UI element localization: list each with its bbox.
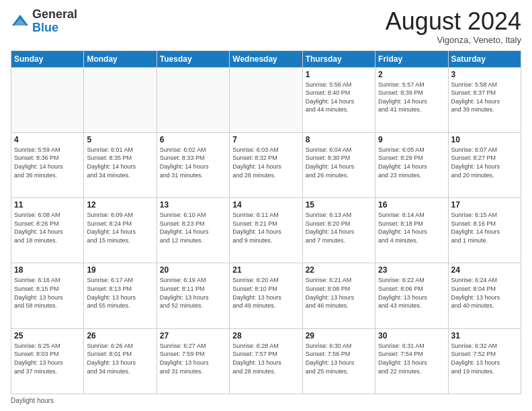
logo-icon [11,12,30,31]
calendar-cell: 13Sunrise: 6:10 AM Sunset: 8:23 PM Dayli… [157,198,229,263]
calendar-cell: 20Sunrise: 6:19 AM Sunset: 8:11 PM Dayli… [157,263,229,328]
calendar-cell: 29Sunrise: 6:30 AM Sunset: 7:56 PM Dayli… [302,328,375,394]
day-info: Sunrise: 6:24 AM Sunset: 8:04 PM Dayligh… [451,276,518,310]
calendar-cell [230,67,302,132]
calendar-week-row: 25Sunrise: 6:25 AM Sunset: 8:03 PM Dayli… [11,328,521,394]
calendar-cell: 27Sunrise: 6:27 AM Sunset: 7:59 PM Dayli… [157,328,229,394]
day-info: Sunrise: 6:20 AM Sunset: 8:10 PM Dayligh… [232,276,299,310]
calendar-header-saturday: Saturday [448,50,521,67]
day-info: Sunrise: 5:57 AM Sunset: 8:39 PM Dayligh… [378,81,445,114]
calendar-cell: 18Sunrise: 6:16 AM Sunset: 8:15 PM Dayli… [11,263,84,328]
daylight-label: Daylight hours [11,397,54,404]
day-number: 31 [451,331,518,340]
day-number: 28 [232,331,299,340]
calendar-header-thursday: Thursday [302,50,375,67]
day-info: Sunrise: 6:01 AM Sunset: 8:35 PM Dayligh… [87,146,153,179]
day-number: 27 [160,331,226,340]
calendar-cell: 19Sunrise: 6:17 AM Sunset: 8:13 PM Dayli… [84,263,157,328]
day-info: Sunrise: 6:03 AM Sunset: 8:32 PM Dayligh… [232,146,299,179]
day-info: Sunrise: 6:05 AM Sunset: 8:29 PM Dayligh… [378,146,445,179]
day-info: Sunrise: 6:26 AM Sunset: 8:01 PM Dayligh… [87,342,153,375]
calendar-cell: 2Sunrise: 5:57 AM Sunset: 8:39 PM Daylig… [375,67,448,132]
day-number: 11 [14,200,81,210]
calendar-cell: 24Sunrise: 6:24 AM Sunset: 8:04 PM Dayli… [448,263,521,328]
day-info: Sunrise: 5:59 AM Sunset: 8:36 PM Dayligh… [14,146,81,179]
day-info: Sunrise: 5:58 AM Sunset: 8:37 PM Dayligh… [451,81,518,114]
page: General Blue August 2024 Vigonza, Veneto… [0,0,532,411]
day-number: 20 [160,265,226,275]
calendar-cell [11,67,84,132]
day-number: 15 [306,200,372,210]
calendar-cell: 26Sunrise: 6:26 AM Sunset: 8:01 PM Dayli… [84,328,157,394]
calendar-header-friday: Friday [375,50,448,67]
calendar-header-row: SundayMondayTuesdayWednesdayThursdayFrid… [11,50,521,67]
day-number: 1 [306,70,372,79]
calendar-cell: 6Sunrise: 6:02 AM Sunset: 8:33 PM Daylig… [157,132,229,197]
day-number: 18 [14,265,81,275]
day-info: Sunrise: 6:21 AM Sunset: 8:08 PM Dayligh… [306,276,372,310]
day-number: 9 [378,135,445,144]
day-number: 7 [232,135,299,144]
day-number: 10 [451,135,518,144]
calendar-header-wednesday: Wednesday [230,50,302,67]
day-number: 13 [160,200,226,210]
calendar-cell: 25Sunrise: 6:25 AM Sunset: 8:03 PM Dayli… [11,328,84,394]
day-info: Sunrise: 6:16 AM Sunset: 8:15 PM Dayligh… [14,276,81,310]
calendar-header-tuesday: Tuesday [157,50,229,67]
day-info: Sunrise: 6:28 AM Sunset: 7:57 PM Dayligh… [232,342,299,375]
calendar-cell: 1Sunrise: 5:56 AM Sunset: 8:40 PM Daylig… [302,67,375,132]
calendar-cell: 14Sunrise: 6:11 AM Sunset: 8:21 PM Dayli… [230,198,302,263]
calendar-cell: 17Sunrise: 6:15 AM Sunset: 8:16 PM Dayli… [448,198,521,263]
day-number: 19 [87,265,153,275]
calendar-cell: 8Sunrise: 6:04 AM Sunset: 8:30 PM Daylig… [302,132,375,197]
calendar-cell: 12Sunrise: 6:09 AM Sunset: 8:24 PM Dayli… [84,198,157,263]
calendar-cell: 22Sunrise: 6:21 AM Sunset: 8:08 PM Dayli… [302,263,375,328]
calendar-cell: 9Sunrise: 6:05 AM Sunset: 8:29 PM Daylig… [375,132,448,197]
day-number: 24 [451,265,518,275]
day-info: Sunrise: 6:11 AM Sunset: 8:21 PM Dayligh… [232,211,299,244]
day-info: Sunrise: 6:14 AM Sunset: 8:18 PM Dayligh… [378,211,445,244]
day-info: Sunrise: 6:30 AM Sunset: 7:56 PM Dayligh… [306,342,372,375]
calendar-cell: 5Sunrise: 6:01 AM Sunset: 8:35 PM Daylig… [84,132,157,197]
calendar-week-row: 4Sunrise: 5:59 AM Sunset: 8:36 PM Daylig… [11,132,521,197]
calendar-header-monday: Monday [84,50,157,67]
calendar-cell: 28Sunrise: 6:28 AM Sunset: 7:57 PM Dayli… [230,328,302,394]
day-number: 4 [14,135,81,144]
logo-blue: Blue [32,21,58,34]
location-subtitle: Vigonza, Veneto, Italy [386,35,521,45]
day-info: Sunrise: 6:08 AM Sunset: 8:26 PM Dayligh… [14,211,81,244]
day-info: Sunrise: 6:04 AM Sunset: 8:30 PM Dayligh… [306,146,372,179]
day-info: Sunrise: 6:19 AM Sunset: 8:11 PM Dayligh… [160,276,226,310]
calendar-cell [84,67,157,132]
calendar-cell [157,67,229,132]
day-info: Sunrise: 6:31 AM Sunset: 7:54 PM Dayligh… [378,342,445,375]
day-number: 30 [378,331,445,340]
calendar-cell: 16Sunrise: 6:14 AM Sunset: 8:18 PM Dayli… [375,198,448,263]
calendar-table: SundayMondayTuesdayWednesdayThursdayFrid… [11,50,521,394]
day-number: 2 [378,70,445,79]
day-number: 17 [451,200,518,210]
day-info: Sunrise: 6:09 AM Sunset: 8:24 PM Dayligh… [87,211,153,244]
day-number: 23 [378,265,445,275]
calendar-cell: 4Sunrise: 5:59 AM Sunset: 8:36 PM Daylig… [11,132,84,197]
calendar-cell: 30Sunrise: 6:31 AM Sunset: 7:54 PM Dayli… [375,328,448,394]
calendar-cell: 11Sunrise: 6:08 AM Sunset: 8:26 PM Dayli… [11,198,84,263]
day-info: Sunrise: 6:13 AM Sunset: 8:20 PM Dayligh… [306,211,372,244]
calendar-cell: 15Sunrise: 6:13 AM Sunset: 8:20 PM Dayli… [302,198,375,263]
calendar-cell: 23Sunrise: 6:22 AM Sunset: 8:06 PM Dayli… [375,263,448,328]
day-number: 25 [14,331,81,340]
day-number: 12 [87,200,153,210]
logo-text: General Blue [32,8,77,35]
footer: Daylight hours [11,397,521,404]
calendar-cell: 31Sunrise: 6:32 AM Sunset: 7:52 PM Dayli… [448,328,521,394]
calendar-header-sunday: Sunday [11,50,84,67]
day-number: 16 [378,200,445,210]
calendar-cell: 21Sunrise: 6:20 AM Sunset: 8:10 PM Dayli… [230,263,302,328]
day-info: Sunrise: 6:27 AM Sunset: 7:59 PM Dayligh… [160,342,226,375]
logo: General Blue [11,8,77,35]
day-number: 26 [87,331,153,340]
day-info: Sunrise: 6:02 AM Sunset: 8:33 PM Dayligh… [160,146,226,179]
day-info: Sunrise: 6:32 AM Sunset: 7:52 PM Dayligh… [451,342,518,375]
month-title: August 2024 [386,8,521,35]
calendar-week-row: 11Sunrise: 6:08 AM Sunset: 8:26 PM Dayli… [11,198,521,263]
